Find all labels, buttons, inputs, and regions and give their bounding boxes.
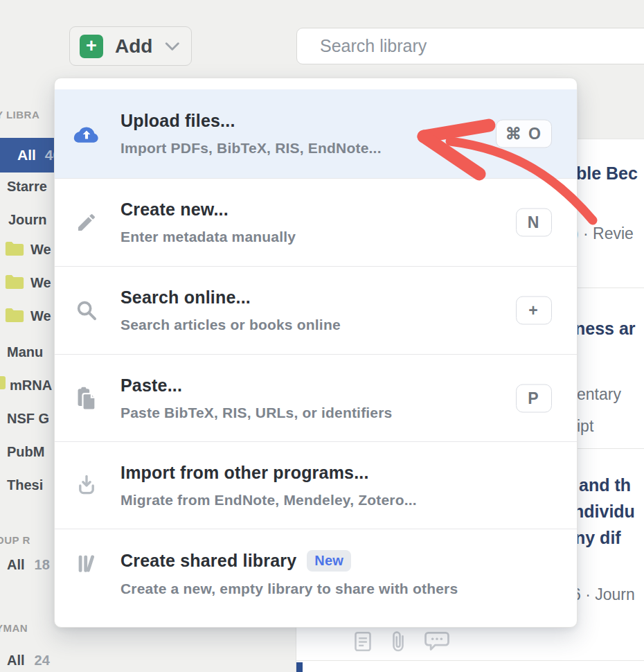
shortcut-badge: N [516, 209, 552, 237]
download-tray-icon [73, 472, 100, 499]
library-books-icon [73, 550, 100, 576]
paper-title-fragment[interactable]: ndividu [573, 502, 635, 522]
add-dropdown-menu: Upload files... Import PDFs, BibTeX, RIS… [54, 78, 578, 628]
menu-item-import-programs[interactable]: Import from other programs... Migrate fr… [55, 441, 577, 529]
menu-item-subtitle: Paste BibTeX, RIS, URLs, or identifiers [120, 405, 393, 421]
list-divider [296, 660, 644, 661]
sidebar-item-mrna[interactable]: mRNA [0, 376, 62, 397]
sidebar-item-folder[interactable]: We [0, 306, 62, 330]
sidebar-item-folder[interactable]: We [0, 273, 62, 297]
menu-item-title: Create shared library [120, 551, 296, 571]
search-icon [73, 297, 100, 324]
sidebar-section-lab: YMAN [0, 622, 28, 634]
sidebar-item-pubmed[interactable]: PubM [7, 444, 44, 460]
menu-top-spacer [55, 78, 577, 89]
menu-item-subtitle: Migrate from EndNote, Mendeley, Zotero..… [120, 492, 417, 509]
next-row-selection-bar [296, 662, 303, 672]
new-badge: New [307, 550, 351, 572]
menu-item-paste[interactable]: Paste... Paste BibTeX, RIS, URLs, or ide… [55, 354, 577, 441]
paper-meta-fragment: entary [577, 385, 621, 404]
paper-meta-fragment: 6 · Journ [572, 585, 635, 604]
menu-item-subtitle: Enter metadata manually [120, 229, 296, 245]
paper-title-fragment[interactable]: ny dif [575, 528, 621, 548]
search-input[interactable] [296, 28, 644, 64]
menu-item-title: Paste... [120, 375, 393, 396]
cloud-upload-icon [73, 121, 100, 147]
sidebar-item-manuscripts[interactable]: Manu [7, 344, 43, 360]
paper-title-fragment[interactable]: ble Bec [576, 163, 638, 184]
sidebar-section-group: OUP R [0, 534, 30, 546]
folder-icon [4, 273, 25, 291]
sidebar-item-nsf-grant[interactable]: NSF G [7, 411, 49, 427]
sidebar-item-folder[interactable]: We [0, 240, 62, 263]
sidebar-item-starred[interactable]: Starre [7, 179, 47, 195]
paperclip-icon[interactable] [389, 629, 407, 654]
sidebar-section-my-library: Y LIBRA [0, 109, 39, 121]
folder-icon [4, 306, 25, 324]
sidebar-item-label: All [17, 147, 36, 163]
label-chip-icon [0, 376, 6, 389]
sidebar-item-lab-all[interactable]: All24 [7, 653, 50, 669]
sidebar-item-group-all[interactable]: All18 [7, 557, 50, 573]
menu-item-title: Upload files... [120, 111, 382, 131]
paper-row-indicators [353, 629, 450, 654]
chevron-down-icon [163, 39, 181, 53]
notes-icon[interactable] [353, 630, 373, 653]
menu-item-subtitle: Search articles or books online [120, 317, 341, 333]
paper-meta-fragment: ipt [577, 417, 593, 436]
menu-item-title: Create new... [120, 200, 296, 220]
shortcut-badge: + [516, 297, 552, 325]
folder-icon [4, 240, 25, 258]
menu-item-title: Import from other programs... [120, 463, 417, 483]
menu-item-subtitle: Import PDFs, BibTeX, RIS, EndNote... [120, 140, 382, 157]
shortcut-badge: ⌘ O [496, 120, 552, 148]
sidebar-item-thesis[interactable]: Thesi [7, 477, 43, 493]
menu-item-create-new[interactable]: Create new... Enter metadata manually N [55, 178, 577, 266]
add-button[interactable]: + Add [69, 26, 192, 66]
menu-item-search-online[interactable]: Search online... Search articles or book… [55, 266, 577, 354]
paper-title-fragment[interactable]: ness ar [575, 319, 636, 339]
menu-item-upload-files[interactable]: Upload files... Import PDFs, BibTeX, RIS… [55, 89, 577, 178]
paper-title-fragment[interactable]: and th [579, 475, 631, 495]
menu-item-subtitle: Create a new, empty library to share wit… [120, 581, 458, 597]
sidebar-item-journal[interactable]: Journ [8, 212, 47, 228]
add-button-label: Add [115, 35, 152, 58]
menu-item-create-shared-library[interactable]: Create shared library New Create a new, … [55, 529, 577, 628]
paper-meta-fragment: ) · Revie [573, 224, 634, 243]
clipboard-icon [73, 385, 100, 412]
pencil-icon [73, 209, 100, 236]
plus-icon: + [80, 35, 103, 58]
sidebar-item-count: 24 [35, 653, 50, 668]
shortcut-badge: P [516, 384, 552, 412]
comment-icon[interactable] [424, 630, 450, 653]
sidebar-item-count: 18 [35, 557, 50, 572]
menu-item-title: Search online... [120, 288, 341, 308]
